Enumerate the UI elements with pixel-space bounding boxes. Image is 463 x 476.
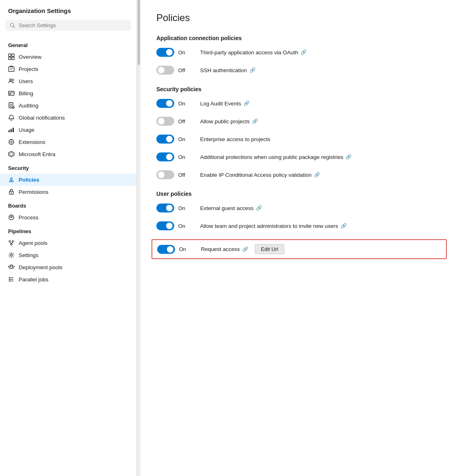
svg-point-28 xyxy=(11,192,12,193)
settings-icon xyxy=(8,252,15,258)
toggle-oauth[interactable] xyxy=(156,48,174,57)
svg-point-33 xyxy=(11,244,12,245)
edit-url-button[interactable]: Edit Url xyxy=(255,244,284,254)
toggle-label-oauth: On xyxy=(178,49,187,56)
svg-rect-3 xyxy=(12,54,14,56)
policy-row-ip-conditional: Off Enable IP Conditional Access policy … xyxy=(156,170,447,179)
svg-point-8 xyxy=(10,79,12,81)
sidebar-item-process[interactable]: Process xyxy=(0,211,137,223)
svg-line-35 xyxy=(11,242,13,244)
toggle-knob-external-guest xyxy=(166,205,173,211)
scrollbar-thumb[interactable] xyxy=(138,0,140,65)
policy-text-ip-conditional: Enable IP Conditional Access policy vali… xyxy=(200,172,320,178)
sidebar-item-permissions[interactable]: Permissions xyxy=(0,186,137,198)
svg-point-36 xyxy=(11,254,13,256)
toggle-public-projects[interactable] xyxy=(156,117,174,126)
sidebar-item-microsoft-entra[interactable]: Microsoft Entra xyxy=(0,148,137,160)
link-icon-request-access[interactable]: 🔗 xyxy=(242,247,248,252)
section-heading-user-policies: User policies xyxy=(156,191,447,197)
toggle-label-package-registries: On xyxy=(178,154,187,160)
policy-text-invite-users: Allow team and project administrators to… xyxy=(200,223,347,229)
toggle-wrap-public-projects: Off xyxy=(156,117,193,126)
toggle-knob-oauth xyxy=(166,49,173,56)
sidebar-item-users[interactable]: Users xyxy=(0,75,137,87)
sidebar-item-global-notifications[interactable]: Global notifications xyxy=(0,111,137,124)
link-icon-public-projects[interactable]: 🔗 xyxy=(252,118,258,124)
sidebar-item-deployment-pools[interactable]: Deployment pools xyxy=(0,261,137,273)
toggle-ip-conditional[interactable] xyxy=(156,170,174,179)
link-icon-external-guest[interactable]: 🔗 xyxy=(256,205,262,211)
toggle-label-log-audit: On xyxy=(178,101,187,107)
svg-rect-5 xyxy=(12,57,14,60)
sidebar-item-label: Overview xyxy=(19,54,41,60)
toggle-knob-invite-users xyxy=(166,223,173,229)
toggle-request-access[interactable] xyxy=(157,245,175,254)
toggle-log-audit[interactable] xyxy=(156,99,174,108)
sidebar-item-label: Billing xyxy=(19,90,33,96)
sidebar-item-label: Auditing xyxy=(19,103,38,109)
sidebar-item-agent-pools[interactable]: Agent pools xyxy=(0,237,137,249)
page-title: Policies xyxy=(156,12,447,24)
svg-rect-2 xyxy=(9,54,11,56)
svg-rect-21 xyxy=(13,128,14,132)
svg-rect-10 xyxy=(9,91,14,95)
sidebar-item-label: Parallel jobs xyxy=(19,277,49,283)
sidebar-item-label: Microsoft Entra xyxy=(19,151,55,157)
search-box[interactable] xyxy=(6,20,131,31)
toggle-wrap-external-guest: On xyxy=(156,204,193,212)
deployment-pools-icon xyxy=(8,264,15,270)
policy-text-public-projects: Allow public projects 🔗 xyxy=(200,118,258,124)
toggle-knob-ssh xyxy=(158,67,164,73)
toggle-label-ip-conditional: Off xyxy=(178,172,187,178)
toggle-ssh[interactable] xyxy=(156,66,174,75)
sidebar-item-label: Extensions xyxy=(19,139,45,145)
main-content: Policies Application connection policies… xyxy=(140,0,463,476)
svg-rect-39 xyxy=(11,265,13,266)
toggle-enterprise-access[interactable] xyxy=(156,135,174,144)
toggle-external-guest[interactable] xyxy=(156,204,174,212)
toggle-wrap-log-audit: On xyxy=(156,99,193,108)
section-heading-application-connection: Application connection policies xyxy=(156,35,447,41)
sidebar-item-billing[interactable]: Billing xyxy=(0,87,137,99)
sidebar-item-parallel-jobs[interactable]: Parallel jobs xyxy=(0,273,137,285)
svg-rect-12 xyxy=(9,94,11,94)
policy-text-request-access: Request access 🔗 Edit Url xyxy=(201,244,284,254)
link-icon-invite-users[interactable]: 🔗 xyxy=(341,223,347,229)
scrollbar-track[interactable] xyxy=(137,0,140,476)
usage-icon xyxy=(8,127,15,133)
link-icon-ip-conditional[interactable]: 🔗 xyxy=(314,172,320,178)
sidebar-item-label: Permissions xyxy=(19,189,49,195)
link-icon-ssh[interactable]: 🔗 xyxy=(250,67,256,73)
policy-text-enterprise-access: Enterprise access to projects xyxy=(200,136,270,142)
svg-point-49 xyxy=(9,279,10,280)
svg-point-32 xyxy=(12,240,14,242)
policy-row-external-guest: On External guest access 🔗 xyxy=(156,204,447,212)
sidebar-item-policies[interactable]: Policies xyxy=(0,174,137,186)
sidebar-item-usage[interactable]: Usage xyxy=(0,124,137,136)
link-icon-oauth[interactable]: 🔗 xyxy=(301,49,307,55)
link-icon-log-audit[interactable]: 🔗 xyxy=(243,101,250,106)
svg-rect-38 xyxy=(12,266,14,267)
svg-line-34 xyxy=(10,242,11,244)
svg-point-30 xyxy=(11,217,12,218)
section-heading-security-policies: Security policies xyxy=(156,86,447,92)
sidebar-item-label: Policies xyxy=(19,177,39,183)
sidebar: Organization Settings General Overview P… xyxy=(0,0,137,476)
entra-icon xyxy=(8,151,15,157)
policy-text-ssh: SSH authentication 🔗 xyxy=(200,67,256,73)
toggle-wrap-enterprise-access: On xyxy=(156,135,193,144)
link-icon-package-registries[interactable]: 🔗 xyxy=(346,154,352,160)
sidebar-item-extensions[interactable]: Extensions xyxy=(0,136,137,148)
sidebar-item-overview[interactable]: Overview xyxy=(0,51,137,63)
extensions-icon xyxy=(8,139,15,145)
sidebar-item-settings[interactable]: Settings xyxy=(0,249,137,261)
sidebar-item-projects[interactable]: Projects xyxy=(0,63,137,75)
sidebar-item-label: Agent pools xyxy=(19,240,47,246)
sidebar-item-label: Projects xyxy=(19,66,38,72)
policy-text-log-audit: Log Audit Events 🔗 xyxy=(200,101,250,107)
search-input[interactable] xyxy=(19,22,127,28)
toggle-package-registries[interactable] xyxy=(156,152,174,161)
toggle-invite-users[interactable] xyxy=(156,221,174,230)
sidebar-item-auditing[interactable]: Auditing xyxy=(0,99,137,111)
policy-row-public-projects: Off Allow public projects 🔗 xyxy=(156,117,447,126)
